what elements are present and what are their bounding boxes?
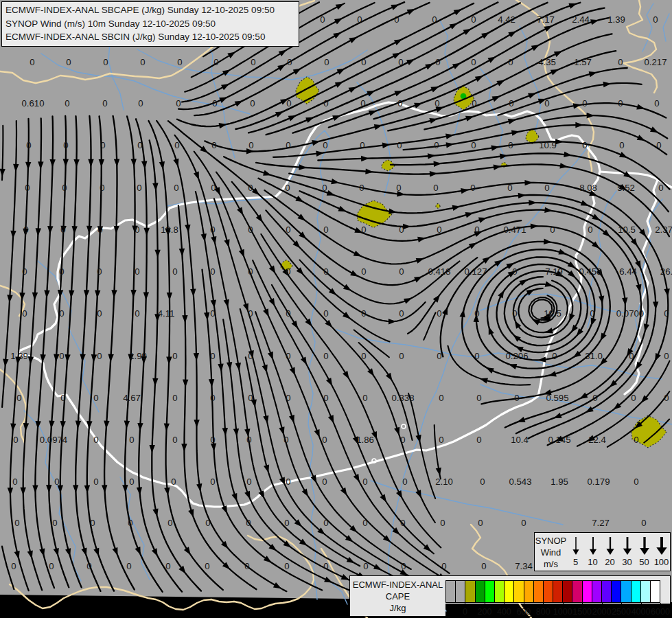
- station-value-label: 0.0974: [40, 435, 67, 445]
- station-value-label: 0: [65, 98, 69, 108]
- station-value-label: 0: [474, 225, 479, 235]
- station-value-label: 0: [286, 266, 290, 277]
- station-value-label: 0: [97, 225, 102, 235]
- station-value-label: 0: [471, 57, 476, 67]
- station-value-label: 0: [246, 518, 251, 528]
- station-value-label: 0.418: [428, 266, 450, 277]
- station-value-label: 0: [172, 266, 177, 277]
- station-value-label: 0: [362, 518, 367, 528]
- wind-scale-value: 20: [605, 557, 614, 567]
- station-value-label: 0: [361, 57, 366, 67]
- station-value-label: 0: [437, 308, 441, 319]
- station-value-label: 0: [629, 351, 634, 361]
- station-value-label: 0: [285, 183, 290, 193]
- station-value-label: 0: [435, 98, 439, 108]
- station-value-label: 0: [618, 57, 623, 67]
- wind-scale-value: 5: [573, 557, 578, 567]
- station-value-label: 0.610: [21, 98, 44, 108]
- station-value-label: 0.471: [503, 225, 526, 235]
- cape-tick-label: 6000: [651, 607, 670, 617]
- station-value-label: 0: [360, 98, 365, 108]
- station-value-label: 0: [618, 98, 623, 108]
- station-value-label: 0: [397, 140, 402, 150]
- station-value-label: 0: [508, 57, 513, 67]
- cape-tick-label: 0: [463, 607, 467, 617]
- station-value-label: 0.206: [505, 351, 528, 361]
- station-value-label: 0: [22, 266, 27, 277]
- station-value-label: 0: [93, 477, 98, 487]
- station-value-label: 0: [248, 140, 253, 150]
- station-value-label: 0: [283, 435, 288, 445]
- station-value-label: 0.543: [509, 477, 531, 487]
- station-value-label: 0: [140, 57, 145, 67]
- cape-color-swatch: [631, 581, 640, 602]
- station-value-label: 0: [507, 183, 512, 193]
- station-value-label: 0: [210, 393, 215, 403]
- cape-tick-label: 2000: [592, 607, 612, 617]
- station-value-label: 0: [631, 393, 636, 403]
- station-value-label: 0: [16, 393, 21, 403]
- wind-scale-value: 100: [654, 557, 669, 567]
- station-value-label: 0: [49, 561, 54, 571]
- station-value-label: 0: [129, 435, 134, 445]
- station-value-label: 0: [544, 98, 549, 108]
- station-value-label: 0: [363, 561, 368, 571]
- station-value-label: 0: [210, 351, 215, 361]
- down-arrow-icon: [622, 536, 633, 556]
- station-value-label: 0: [362, 477, 367, 487]
- station-value-label: 0: [478, 518, 483, 528]
- cape-color-swatch: [572, 581, 581, 602]
- station-value-label: 0: [248, 393, 253, 403]
- station-value-label: 0: [433, 183, 438, 193]
- station-value-label: 0: [135, 308, 139, 319]
- station-value-label: 0: [93, 393, 98, 403]
- cape-tick-label: 800: [536, 607, 551, 617]
- station-value-label: 0.0700: [616, 308, 644, 319]
- station-value-label: 7.27: [592, 518, 610, 528]
- station-value-label: 2.10: [435, 477, 453, 487]
- cape-color-swatch: [494, 581, 504, 602]
- station-value-label: 7.17: [537, 14, 555, 25]
- station-value-label: 0: [60, 225, 65, 235]
- station-value-label: 0: [664, 308, 669, 319]
- cape-tick-label: 200: [477, 607, 491, 617]
- station-value-label: 0: [658, 183, 663, 193]
- station-value-label: 0: [582, 98, 587, 108]
- wind-scale-value: 10: [588, 557, 597, 567]
- station-value-label: 0: [100, 183, 104, 193]
- station-value-label: 0: [550, 225, 555, 235]
- wind-scale-item: 50: [636, 536, 653, 571]
- station-value-label: 0: [471, 14, 476, 25]
- station-value-label: 0: [634, 477, 638, 487]
- station-value-label: 0: [138, 98, 143, 108]
- station-value-label: 0: [165, 561, 170, 571]
- station-value-label: 0: [588, 225, 592, 235]
- down-arrow-icon: [639, 536, 650, 556]
- station-value-label: 0: [361, 266, 366, 277]
- station-value-label: 0: [435, 57, 440, 67]
- station-value-label: 0: [471, 140, 476, 150]
- station-value-label: 0: [397, 98, 402, 108]
- cape-color-swatch: [465, 581, 474, 602]
- station-value-label: 0.179: [587, 477, 610, 487]
- station-value-label: 0: [323, 225, 328, 235]
- station-value-label: 2.44: [572, 14, 590, 25]
- station-value-label: 0: [480, 477, 485, 487]
- station-value-label: 0: [357, 14, 362, 25]
- cape-colorbar: [445, 580, 660, 603]
- station-value-label: 6.44: [619, 266, 637, 277]
- title-line-sbcape: ECMWF-INDEX-ANAL SBCAPE (J/kg) Sunday 12…: [5, 3, 295, 17]
- station-value-label: 0: [322, 183, 327, 193]
- station-value-label: 0: [286, 225, 290, 235]
- station-value-label: 0: [174, 140, 179, 150]
- wind-legend: SYNOP Wind m/s 510203050100: [534, 532, 671, 571]
- station-value-label: 0: [52, 518, 57, 528]
- station-value-label: 0: [26, 140, 31, 150]
- wind-legend-unit: m/s: [535, 558, 567, 570]
- station-value-label: 0: [251, 57, 255, 67]
- station-value-label: 0: [246, 435, 251, 445]
- station-value-label: 0: [512, 266, 517, 277]
- station-value-label: 0: [129, 477, 134, 487]
- station-value-label: 0: [400, 435, 405, 445]
- station-value-label: 0: [126, 561, 131, 571]
